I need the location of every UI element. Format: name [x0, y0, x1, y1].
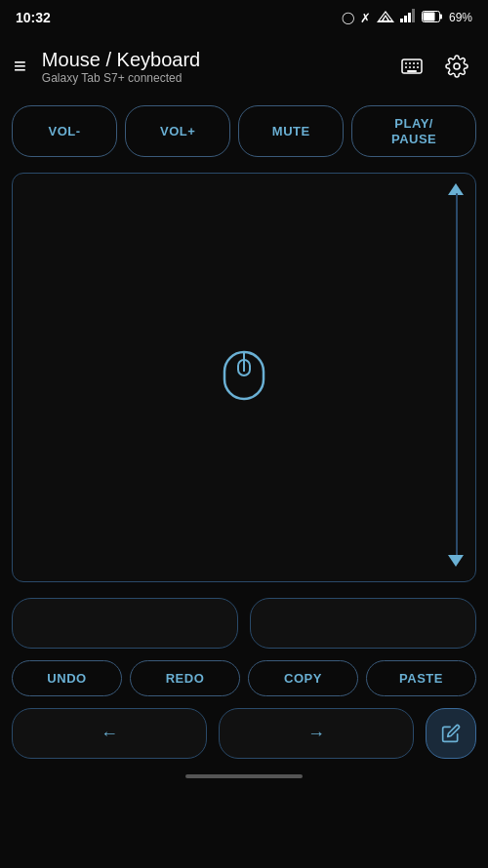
vol-plus-button[interactable]: VOL+ [125, 105, 230, 157]
scroll-track [456, 193, 458, 562]
status-bar: 10:32 ◯ ✗ [0, 0, 488, 35]
home-bar [185, 774, 303, 778]
signal-icon [400, 9, 416, 26]
settings-button[interactable] [439, 49, 474, 84]
svg-marker-23 [448, 555, 464, 567]
forward-button[interactable]: → [219, 708, 414, 759]
play-pause-button[interactable]: PLAY/PAUSE [351, 105, 476, 157]
back-button[interactable]: ← [12, 708, 207, 759]
keyboard-icon [400, 55, 424, 78]
svg-rect-10 [423, 13, 434, 21]
wifi-icon [377, 9, 394, 26]
bluetooth-icon: ✗ [360, 11, 371, 25]
menu-button[interactable]: ≡ [14, 54, 26, 79]
undo-button[interactable]: UNDO [12, 660, 122, 696]
svg-rect-4 [400, 19, 403, 22]
mouse-status-icon: ◯ [342, 11, 354, 24]
app-bar-title: Mouse / Keyboard Galaxy Tab S7+ connecte… [42, 48, 394, 85]
mouse-icon [221, 348, 267, 407]
redo-button[interactable]: REDO [130, 660, 240, 696]
gear-icon [445, 55, 468, 78]
keyboard-toggle-button[interactable] [394, 49, 429, 84]
app-bar-actions [394, 49, 474, 84]
click-buttons-row [0, 590, 488, 656]
home-indicator [0, 767, 488, 786]
edit-controls: UNDO REDO COPY PASTE [0, 656, 488, 704]
edit-pencil-button[interactable] [426, 708, 476, 759]
app-bar: ≡ Mouse / Keyboard Galaxy Tab S7+ connec… [0, 35, 488, 98]
right-click-button[interactable] [250, 598, 476, 649]
battery-percentage: 69% [449, 11, 472, 24]
svg-point-21 [454, 63, 460, 69]
back-arrow-icon: ← [101, 724, 118, 744]
scroll-down-button[interactable] [446, 553, 466, 573]
mute-button[interactable]: MUTE [238, 105, 344, 157]
vol-minus-button[interactable]: VOL- [12, 105, 117, 157]
svg-rect-5 [404, 16, 407, 22]
media-controls: VOL- VOL+ MUTE PLAY/PAUSE [0, 98, 488, 165]
copy-button[interactable]: COPY [248, 660, 358, 696]
app-subtitle: Galaxy Tab S7+ connected [42, 71, 394, 85]
paste-button[interactable]: PASTE [366, 660, 476, 696]
svg-rect-9 [439, 15, 442, 20]
status-icons: ◯ ✗ [342, 9, 472, 26]
nav-buttons-row: ← → [0, 704, 488, 767]
battery-icon [422, 9, 443, 26]
status-time: 10:32 [16, 10, 51, 25]
forward-arrow-icon: → [307, 724, 325, 744]
app-title: Mouse / Keyboard [42, 48, 394, 71]
pencil-icon [441, 724, 461, 743]
trackpad-area[interactable] [12, 173, 476, 582]
svg-rect-6 [408, 13, 411, 22]
svg-rect-7 [412, 9, 415, 22]
left-click-button[interactable] [12, 598, 238, 649]
